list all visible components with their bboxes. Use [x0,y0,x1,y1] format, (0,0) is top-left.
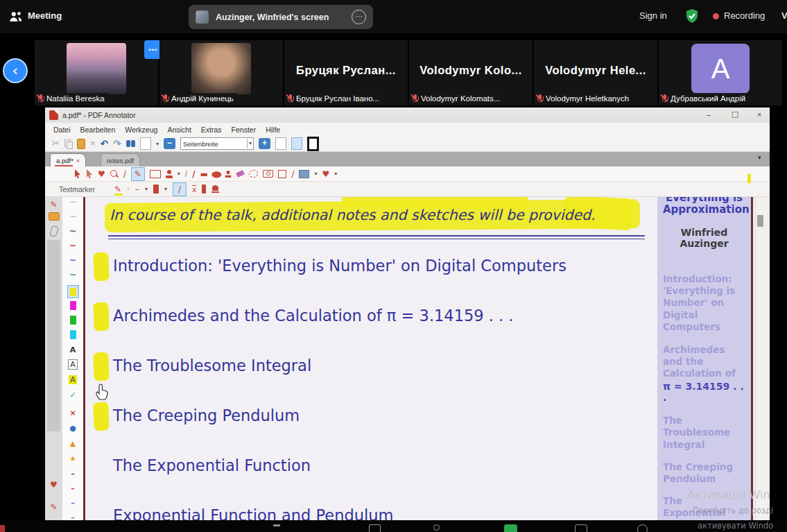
tab-notes-pdf[interactable]: notes.pdf [101,153,140,167]
menu-ansicht[interactable]: Ansicht [167,126,191,134]
fav-dash-red-icon[interactable]: – [62,484,83,494]
zoom-tool-icon[interactable] [110,170,119,178]
menu-hilfe[interactable]: Hilfe [266,126,280,134]
fav-star-icon[interactable]: ★ [62,454,83,464]
zoom-level-select[interactable]: Seitenbreite ▾ [180,137,254,150]
stamp-dropdown-icon[interactable]: ▾ [178,171,180,177]
bottom-bar-icon[interactable] [273,524,280,526]
size-dash-icon[interactable]: – [135,185,139,194]
pen-tool-selected[interactable]: ✎ [131,167,145,181]
tab-a-pdf[interactable]: a.pdf* × [50,153,86,167]
redo-icon[interactable]: ↷ [113,138,121,149]
scrollbar-thumb[interactable] [757,215,763,227]
fav-text-a-boxed-icon[interactable]: A [62,360,83,370]
fav-squiggle-gray2-icon[interactable]: ~ [62,212,83,221]
video-tile[interactable]: A Дубравський Андрій [659,40,782,105]
collapse-strip-button[interactable]: ‹ [3,58,28,83]
window-titlebar[interactable]: a.pdf* - PDF Annotator – □ × [45,108,770,123]
lasso-tool-icon[interactable] [249,170,258,178]
fav-dash-purple-icon[interactable]: – [62,499,83,508]
fav-text-a-icon[interactable]: A [62,345,83,355]
participants-list-icon[interactable] [431,524,440,532]
fav-squiggle-dark-icon[interactable]: ~ [62,226,83,236]
outline-title[interactable]: Everything is Approximation [663,197,745,216]
zoom-select-dropdown-icon[interactable]: ▾ [247,139,253,148]
pdf-page[interactable]: In course of the talk, additional notes … [83,197,657,532]
size-dot-icon[interactable]: · [127,185,130,194]
record-icon[interactable] [637,524,648,532]
view-button-cut[interactable]: V [781,10,787,21]
sign-in-button[interactable]: Sign in [639,10,667,21]
ellipse-tool-icon[interactable]: ● [211,169,222,179]
fav-squiggle-purple-icon[interactable]: ~ [62,255,83,265]
select-pointer-icon[interactable] [74,169,81,178]
menu-werkzeug[interactable]: Werkzeug [125,126,157,134]
fav-squiggle-gray-icon[interactable]: ~ [62,197,83,207]
outline-entry[interactable]: The Troublesome Integral [663,415,745,450]
security-shield-icon[interactable] [684,8,700,24]
stamp-tool-icon[interactable] [166,170,173,178]
tab-close-icon[interactable]: × [76,157,80,164]
cut-icon[interactable]: ✂ [52,138,60,149]
size-dropdown-icon[interactable]: ▾ [145,186,148,192]
close-button[interactable]: × [750,110,769,120]
menu-fenster[interactable]: Fenster [232,126,257,134]
color-dropdown-icon[interactable]: ▾ [164,186,167,192]
fav-cyan-marker-icon[interactable] [62,330,83,341]
maximize-button[interactable]: □ [725,110,745,120]
fullscreen-button[interactable] [307,137,319,151]
captions-icon[interactable] [575,524,587,532]
copy-icon[interactable] [64,139,72,148]
fit-width-layout-button[interactable] [291,137,302,150]
favorites-dropdown-icon[interactable]: ▾ [334,171,337,177]
pencil-tool-icon[interactable]: / [291,169,294,179]
delete-icon[interactable]: × [90,138,96,149]
search-icon[interactable] [126,140,135,147]
rail-heart-icon[interactable]: ♥ [45,480,62,490]
outline-entry[interactable]: The Creeping Pendulum [663,461,745,485]
snapshot-tool-icon[interactable] [263,170,273,178]
vertical-scrollbar[interactable] [755,197,766,532]
fav-squiggle-red-icon[interactable]: ~ [62,241,83,250]
page-preview-icon[interactable] [140,137,151,150]
fav-squiggle-green-icon[interactable]: ~ [62,270,83,280]
chat-icon[interactable] [369,524,381,532]
fav-magenta-marker-icon[interactable] [62,301,83,312]
zoom-out-button[interactable]: − [164,138,175,149]
marker-bar-icon[interactable] [202,185,206,194]
outline-entry-pi[interactable]: π = 3.14159 . . . [663,381,745,403]
rail-folder-icon[interactable] [45,212,62,223]
image-tool-icon[interactable] [299,170,309,178]
image-dropdown-icon[interactable]: ▾ [314,171,317,177]
text-style-icon[interactable]: x [192,185,197,194]
line-style-selected[interactable]: / [173,182,187,196]
fav-circle-icon[interactable]: ● [62,424,83,434]
highlighter-pen-icon[interactable]: ✎ [114,185,121,194]
eraser-tool-icon[interactable] [236,170,245,178]
video-tile[interactable]: Volodymyr Kolo... Volodymyr Kolomats... [409,40,533,105]
textbox-tool-icon[interactable] [150,170,161,178]
paste-icon[interactable] [77,139,85,149]
video-tile[interactable]: Андрій Кунинець [159,40,283,105]
rail-pen-icon[interactable]: ✎ [45,200,62,209]
crop-tool-icon[interactable] [278,170,286,178]
pan-pointer-icon[interactable] [86,169,93,178]
outline-entry[interactable]: Introduction: 'Everything is Number' on … [663,273,745,333]
pen-slash-icon[interactable]: / [123,169,126,179]
rail-pen2-icon[interactable]: ✎ [45,502,62,512]
fav-text-a-highlight-icon[interactable]: A [62,375,83,385]
video-tile[interactable]: Nataliia Bereska [35,40,158,105]
fav-yellow-marker-selected[interactable] [62,285,83,298]
arrow-tool-icon[interactable]: / [192,169,195,179]
rail-paperclip-icon[interactable] [45,226,62,239]
fav-triangle-icon[interactable]: ▲ [62,439,83,449]
favorites-heart-icon[interactable]: ♥ [322,169,329,179]
fav-cross-icon[interactable]: × [62,409,83,418]
hand-tool-icon[interactable]: ♥ [98,169,105,179]
menu-extras[interactable]: Extras [201,126,222,134]
rectangle-tool-icon[interactable]: ▬ [200,169,208,179]
fav-dash-dark-icon[interactable]: – [62,470,83,479]
line-tool-icon[interactable]: / [185,169,187,179]
video-tile[interactable]: Volodymyr Hele... Volodymyr Heletkanych [534,40,657,105]
shared-screen-pill[interactable]: Auzinger, Winfried's screen ⋯ [189,5,373,29]
